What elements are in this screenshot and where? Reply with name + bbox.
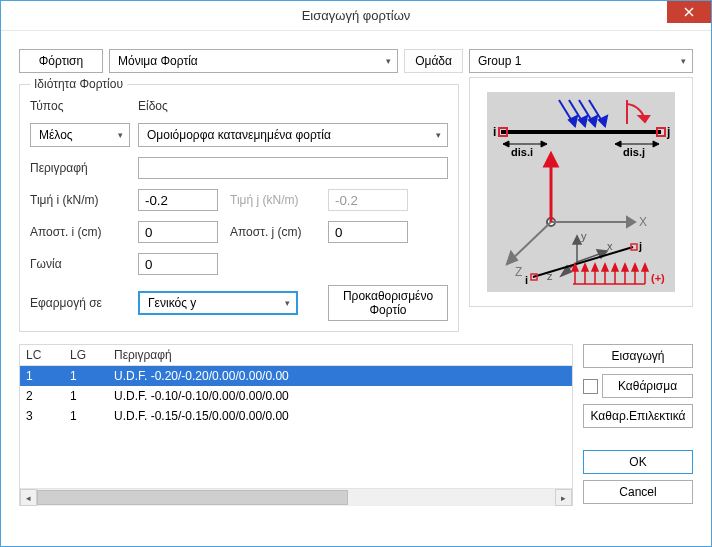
angle-row: Γωνία	[30, 253, 448, 275]
cell-lg: 1	[64, 386, 108, 406]
chevron-down-icon: ▾	[118, 130, 123, 140]
predef-label: Προκαθορισμένο Φορτίο	[329, 289, 447, 318]
dist-i-input[interactable]	[138, 221, 218, 243]
j-small: j	[638, 240, 642, 252]
col-desc: Περιγραφή	[108, 345, 572, 365]
diagram-svg: i j dis.i dis.j	[487, 92, 675, 292]
svg-marker-53	[642, 264, 648, 271]
value-j-input	[328, 189, 408, 211]
value-i-j-row: Τιμή i (kN/m) Τιμή j (kN/m)	[30, 189, 448, 211]
grid-body: 11U.D.F. -0.20/-0.20/0.00/0.00/0.0021U.D…	[20, 366, 572, 488]
col-lg: LG	[64, 345, 108, 365]
kind-value: Ομοιόμορφα κατανεμημένα φορτία	[147, 128, 331, 142]
clear-button[interactable]: Καθάρισμα	[602, 374, 693, 398]
fieldset-legend: Ιδιότητα Φορτίου	[30, 77, 127, 91]
top-row: Φόρτιση Μόνιμα Φορτία ▾ Ομάδα Group 1 ▾	[19, 49, 693, 73]
table-row[interactable]: 21U.D.F. -0.10/-0.10/0.00/0.00/0.00	[20, 386, 572, 406]
insert-button[interactable]: Εισαγωγή	[583, 344, 693, 368]
load-properties-fieldset: Ιδιότητα Φορτίου Τύπος Είδος Μέλος ▾ Ομο…	[19, 77, 459, 332]
value-i-label: Τιμή i (kN/m)	[30, 193, 130, 207]
bottom-row: LC LG Περιγραφή 11U.D.F. -0.20/-0.20/0.0…	[19, 344, 693, 506]
angle-input[interactable]	[138, 253, 218, 275]
chevron-down-icon: ▾	[681, 56, 686, 66]
axis-y-small: y	[581, 230, 587, 242]
i-small: i	[525, 274, 528, 286]
type-kind-row: Μέλος ▾ Ομοιόμορφα κατανεμημένα φορτία ▾	[30, 123, 448, 147]
svg-marker-43	[592, 264, 598, 271]
insert-label: Εισαγωγή	[611, 349, 664, 363]
dist-i-label: Αποστ. i (cm)	[30, 225, 130, 239]
predefined-load-button[interactable]: Προκαθορισμένο Φορτίο	[328, 285, 448, 321]
svg-marker-49	[622, 264, 628, 271]
kind-select[interactable]: Ομοιόμορφα κατανεμημένα φορτία ▾	[138, 123, 448, 147]
clear-checkbox[interactable]	[583, 379, 598, 394]
apply-label: Εφαρμογή σε	[30, 296, 130, 310]
type-kind-labels: Τύπος Είδος	[30, 99, 448, 113]
clear-row: Καθάρισμα	[583, 374, 693, 398]
svg-marker-17	[541, 141, 547, 147]
value-i-input[interactable]	[138, 189, 218, 211]
type-select[interactable]: Μέλος ▾	[30, 123, 130, 147]
dist-j-input[interactable]	[328, 221, 408, 243]
cell-lc: 3	[20, 406, 64, 426]
cell-desc: U.D.F. -0.15/-0.15/0.00/0.00/0.00	[108, 406, 572, 426]
node-i-label: i	[493, 125, 496, 139]
dialog-content: Φόρτιση Μόνιμα Φορτία ▾ Ομάδα Group 1 ▾ …	[1, 31, 711, 516]
group-label-box: Ομάδα	[404, 49, 463, 73]
cell-desc: U.D.F. -0.20/-0.20/0.00/0.00/0.00	[108, 366, 572, 386]
table-row[interactable]: 31U.D.F. -0.15/-0.15/0.00/0.00/0.00	[20, 406, 572, 426]
cancel-button[interactable]: Cancel	[583, 480, 693, 504]
svg-marker-27	[545, 154, 557, 166]
horizontal-scrollbar[interactable]: ◂ ▸	[20, 488, 572, 505]
fortisi-button[interactable]: Φόρτιση	[19, 49, 103, 73]
description-label: Περιγραφή	[30, 161, 130, 175]
svg-marker-23	[627, 217, 635, 227]
dist-row: Αποστ. i (cm) Αποστ. j (cm)	[30, 221, 448, 243]
scroll-left-button[interactable]: ◂	[20, 489, 37, 506]
group-select[interactable]: Group 1 ▾	[469, 49, 693, 73]
window-title: Εισαγωγή φορτίων	[302, 8, 411, 23]
loads-grid[interactable]: LC LG Περιγραφή 11U.D.F. -0.20/-0.20/0.0…	[19, 344, 573, 506]
load-diagram: i j dis.i dis.j	[487, 92, 675, 292]
load-category-value: Μόνιμα Φορτία	[118, 54, 198, 68]
titlebar: Εισαγωγή φορτίων	[1, 1, 711, 31]
clear-selective-button[interactable]: Καθαρ.Επιλεκτικά	[583, 404, 693, 428]
svg-marker-29	[573, 236, 581, 244]
cell-lc: 1	[20, 366, 64, 386]
axis-x-small: x	[607, 240, 613, 252]
apply-row: Εφαρμογή σε Γενικός y ▾ Προκαθορισμένο Φ…	[30, 285, 448, 321]
preview-panel: i j dis.i dis.j	[469, 77, 693, 307]
dialog-window: Εισαγωγή φορτίων Φόρτιση Μόνιμα Φορτία ▾…	[0, 0, 712, 547]
axis-Z: Z	[515, 265, 522, 279]
ok-button[interactable]: OK	[583, 450, 693, 474]
table-row[interactable]: 11U.D.F. -0.20/-0.20/0.00/0.00/0.00	[20, 366, 572, 386]
cell-desc: U.D.F. -0.10/-0.10/0.00/0.00/0.00	[108, 386, 572, 406]
mid-row: Ιδιότητα Φορτίου Τύπος Είδος Μέλος ▾ Ομο…	[19, 77, 693, 332]
load-category-select[interactable]: Μόνιμα Φορτία ▾	[109, 49, 398, 73]
chevron-down-icon: ▾	[285, 298, 290, 308]
chevron-down-icon: ▾	[436, 130, 441, 140]
svg-marker-41	[582, 264, 588, 271]
chevron-down-icon: ▾	[386, 56, 391, 66]
col-lc: LC	[20, 345, 64, 365]
angle-label: Γωνία	[30, 257, 130, 271]
scroll-right-button[interactable]: ▸	[555, 489, 572, 506]
svg-marker-11	[639, 116, 649, 122]
svg-marker-19	[615, 141, 621, 147]
cell-lg: 1	[64, 366, 108, 386]
apply-select[interactable]: Γενικός y ▾	[138, 291, 298, 315]
description-input[interactable]	[138, 157, 448, 179]
ok-label: OK	[629, 455, 646, 469]
clear-sel-label: Καθαρ.Επιλεκτικά	[590, 409, 685, 423]
side-buttons: Εισαγωγή Καθάρισμα Καθαρ.Επιλεκτικά OK C…	[583, 344, 693, 506]
svg-line-34	[533, 247, 633, 277]
axis-X: X	[639, 215, 647, 229]
apply-value: Γενικός y	[148, 296, 196, 310]
scroll-thumb[interactable]	[37, 490, 348, 505]
close-button[interactable]	[667, 1, 711, 23]
type-label: Τύπος	[30, 99, 130, 113]
svg-marker-47	[612, 264, 618, 271]
description-row: Περιγραφή	[30, 157, 448, 179]
disj-label: dis.j	[623, 146, 645, 158]
scroll-track[interactable]	[37, 489, 555, 506]
